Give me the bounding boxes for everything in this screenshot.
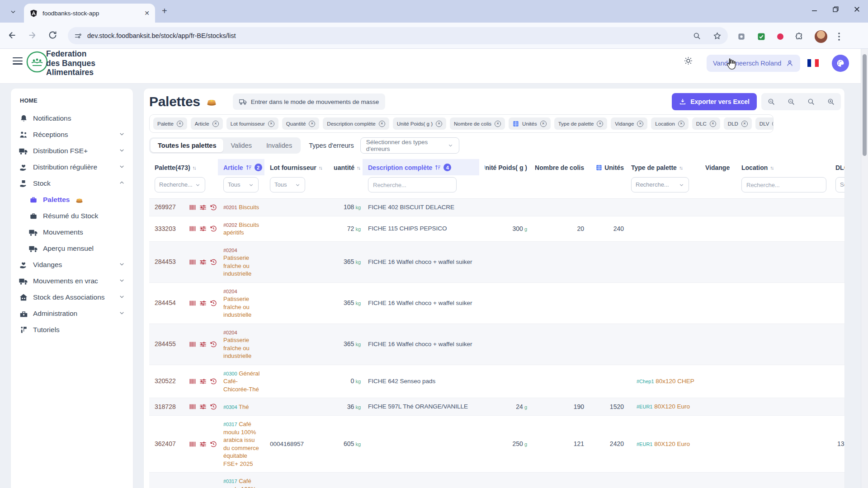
vertical-scrollbar[interactable] [861, 49, 868, 488]
history-icon[interactable] [210, 441, 217, 448]
sort-arrows-icon[interactable]: ↑↓ [357, 165, 361, 170]
barcode-icon[interactable] [189, 258, 196, 266]
filter-chip-unites[interactable]: Unités✕ [509, 117, 551, 130]
sidebar-item-resume-du-stock[interactable]: Résumé du Stock [19, 208, 127, 224]
history-icon[interactable] [210, 258, 217, 266]
palette-id-link[interactable]: 362407 [155, 440, 183, 448]
palette-id-link[interactable]: 318728 [155, 403, 183, 411]
sidebar-item-mouvements-en-vrac[interactable]: Mouvements en vrac [19, 273, 127, 289]
remove-chip-icon[interactable]: ✕ [495, 121, 501, 127]
remove-chip-icon[interactable]: ✕ [177, 121, 183, 127]
filter-type-de-palette-select[interactable]: Recherche... [631, 177, 689, 192]
filter-article-select[interactable]: Tous [223, 177, 259, 192]
remove-chip-icon[interactable]: ✕ [772, 121, 774, 127]
hamburger-menu-icon[interactable] [13, 57, 23, 65]
column-header-article[interactable]: Article2 [218, 159, 264, 175]
remove-chip-icon[interactable]: ✕ [540, 121, 547, 127]
filter-description-complete-input[interactable] [368, 177, 457, 192]
sidebar-item-tutoriels[interactable]: Tutoriels [19, 322, 127, 338]
sidebar-item-mouvements[interactable]: Mouvements [19, 224, 127, 240]
remove-chip-icon[interactable]: ✕ [309, 121, 315, 127]
filter-location-input[interactable] [741, 177, 826, 192]
user-menu-button[interactable]: Vandermeersch Roland [707, 55, 800, 72]
extension-record-icon[interactable] [777, 33, 784, 40]
filter-chip-dlc[interactable]: DLC✕ [692, 117, 720, 130]
sidebar-item-stock-des-associations[interactable]: Stock des Associations [19, 289, 127, 305]
sliders-icon[interactable] [199, 300, 207, 307]
sliders-icon[interactable] [199, 341, 207, 348]
extension-generic-icon[interactable] [737, 32, 746, 41]
search-lens-icon[interactable] [693, 32, 701, 40]
sidebar-item-stock[interactable]: Stock [19, 175, 127, 192]
window-restore-icon[interactable] [833, 6, 839, 12]
tab-valides[interactable]: Valides [223, 139, 259, 152]
barcode-icon[interactable] [189, 403, 196, 410]
tab-close-icon[interactable]: ✕ [144, 9, 150, 17]
reload-icon[interactable] [48, 30, 57, 40]
profile-avatar[interactable] [815, 30, 827, 43]
sliders-icon[interactable] [199, 258, 207, 266]
article-name[interactable]: Thé [237, 404, 249, 410]
article-name[interactable]: Café moulu 100% arabica issu du commerce… [223, 421, 259, 467]
article-name[interactable]: Patisserie fraîche ou industrielle [223, 254, 251, 277]
column-header-location[interactable]: Location↑↓ [736, 159, 830, 175]
column-header-palette-473[interactable]: Palette(473)↑↓ [149, 159, 218, 175]
barcode-icon[interactable] [189, 225, 196, 232]
sort-arrows-icon[interactable]: ↑↓ [319, 165, 323, 170]
address-bar[interactable]: dev.stock.foodbanksit.be/stock/app/fr-BE… [68, 27, 728, 44]
column-header-quantite[interactable]: Quantité↑↓ [328, 159, 363, 175]
light-mode-sun-icon[interactable] [684, 56, 693, 66]
sliders-icon[interactable] [199, 204, 207, 211]
palette-id-link[interactable]: 269927 [155, 203, 183, 211]
filter-chip-unite-poids-g[interactable]: Unité Poids( g )✕ [393, 117, 446, 130]
sort-arrows-icon[interactable]: ↑↓ [193, 165, 197, 170]
filter-chip-nombre-de-colis[interactable]: Nombre de colis✕ [450, 117, 505, 130]
zoom-in-icon[interactable] [827, 98, 835, 106]
browser-menu-icon[interactable] [838, 33, 840, 41]
history-icon[interactable] [210, 403, 217, 410]
history-icon[interactable] [210, 300, 217, 307]
remove-chip-icon[interactable]: ✕ [597, 121, 603, 127]
column-header-type-de-palette[interactable]: Type de palette↑↓ [626, 159, 700, 175]
palette-id-link[interactable]: 333203 [155, 225, 183, 233]
tab-toutes-les-palettes[interactable]: Toutes les palettes [151, 139, 223, 152]
export-excel-button[interactable]: Exporter vers Excel [672, 93, 757, 110]
back-icon[interactable] [7, 30, 17, 40]
sidebar-item-apercu-mensuel[interactable]: Aperçu mensuel [19, 240, 127, 257]
filter-dlc-select[interactable]: Sélectionner [835, 177, 844, 192]
browser-tab[interactable]: foodbanks-stock-app ✕ [24, 4, 155, 23]
filter-chip-description-complete[interactable]: Description complète✕ [323, 117, 389, 130]
zoom-out-icon[interactable] [767, 98, 775, 106]
palette-id-link[interactable]: 284455 [155, 340, 183, 348]
history-icon[interactable] [210, 225, 217, 232]
sidebar-item-distribution-reguliere[interactable]: Distribution régulière [19, 159, 127, 175]
history-icon[interactable] [210, 378, 217, 385]
palette-id-link[interactable]: 284453 [155, 258, 183, 266]
sliders-icon[interactable] [199, 225, 207, 232]
filter-chip-vidange[interactable]: Vidange✕ [611, 117, 647, 130]
site-settings-icon[interactable] [74, 32, 82, 40]
window-close-icon[interactable] [854, 6, 860, 12]
column-header-lot-fournisseur[interactable]: Lot fournisseur↑↓ [264, 159, 328, 175]
sliders-icon[interactable] [199, 403, 207, 410]
column-header-description-complete[interactable]: Description complète4 [363, 159, 479, 175]
sidebar-item-receptions[interactable]: Réceptions [19, 127, 127, 143]
french-flag-icon[interactable] [807, 59, 819, 67]
palette-id-link[interactable]: 284454 [155, 299, 183, 307]
sidebar-item-administration[interactable]: Administration [19, 305, 127, 322]
filter-chip-lot-fournisseur[interactable]: Lot fournisseur✕ [226, 117, 278, 130]
forward-icon[interactable] [27, 30, 37, 40]
palette-id-link[interactable]: 320522 [155, 377, 183, 385]
extension-check-icon[interactable] [757, 32, 766, 41]
window-minimize-icon[interactable] [811, 6, 817, 12]
sliders-icon[interactable] [199, 441, 207, 448]
sort-arrows-icon[interactable]: ↑↓ [679, 165, 683, 170]
extensions-puzzle-icon[interactable] [795, 32, 804, 41]
remove-chip-icon[interactable]: ✕ [268, 121, 274, 127]
sidebar-item-notifications[interactable]: Notifications [19, 110, 127, 127]
remove-chip-icon[interactable]: ✕ [379, 121, 385, 127]
bookmark-star-icon[interactable] [713, 32, 722, 40]
history-icon[interactable] [210, 341, 217, 348]
filter-chip-location[interactable]: Location✕ [651, 117, 688, 130]
zoom-out-icon[interactable] [787, 98, 795, 106]
